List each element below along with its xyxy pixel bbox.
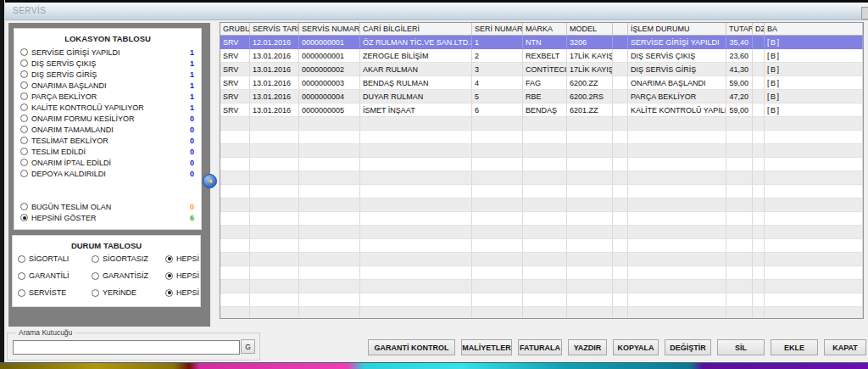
table-cell: İSMET İNŞAAT [360, 103, 472, 117]
table-cell [472, 158, 523, 171]
lokasyon-option-bug-n-tesli-m-olan[interactable]: BUGÜN TESLİM OLAN0 [14, 201, 201, 212]
column-header-i-lem-durumu[interactable]: İŞLEM DURUMU [628, 23, 726, 35]
radio-icon[interactable] [92, 255, 99, 263]
search-go-button[interactable]: G [241, 339, 255, 354]
lokasyon-option-hepsi-ni-g-ster[interactable]: HEPSİNİ GÖSTER6 [14, 212, 201, 223]
table-row[interactable]: SRV13.01.20160000000001ZEROGLE BİLİŞİM2R… [220, 49, 863, 63]
column-header-seri-numarasi[interactable]: SERİ NUMARASI [472, 23, 523, 35]
table-row[interactable]: SRV13.01.20160000000003BENDAŞ RULMAN4FAG… [220, 76, 863, 90]
table-row-empty[interactable] [220, 158, 863, 171]
radio-icon[interactable] [20, 159, 28, 166]
radio-icon[interactable] [165, 272, 173, 280]
table-row[interactable]: SRV13.01.20160000000002AKAR RULMAN3CONTİ… [220, 63, 863, 76]
durum-option-si-gortali[interactable]: SİGORTALI [18, 254, 92, 265]
radio-icon[interactable] [92, 272, 99, 280]
lokasyon-option-onarima-ba-landi[interactable]: ONARIMA BAŞLANDI1 [14, 80, 201, 91]
lokasyon-option-onarim-i-ptal-edi-ldi[interactable]: ONARIM İPTAL EDİLDİ0 [14, 157, 201, 168]
lokasyon-option-tesli-mat-bekli-yor[interactable]: TESLİMAT BEKLİYOR0 [14, 135, 201, 146]
radio-icon[interactable] [18, 289, 25, 297]
column-header-model[interactable]: MODEL [567, 23, 613, 35]
table-row-empty[interactable] [220, 131, 863, 144]
radio-icon[interactable] [20, 148, 28, 155]
radio-icon[interactable] [165, 255, 173, 263]
table-row-empty[interactable] [220, 198, 863, 212]
column-header-blank[interactable] [613, 23, 628, 35]
table-row-empty[interactable] [220, 239, 863, 253]
lokasyon-option-di-servi-s-iki[interactable]: DIŞ SERVİS ÇIKIŞ1 [14, 58, 201, 69]
lokasyon-option-kali-te-kontrol-yapiliyor[interactable]: KALİTE KONTROLÜ YAPILIYOR1 [14, 102, 201, 113]
radio-icon[interactable] [20, 115, 28, 122]
column-header-tutar[interactable]: TUTAR [726, 23, 753, 35]
table-row-empty[interactable] [220, 307, 863, 319]
action-button-yazdir[interactable]: YAZDIR [568, 339, 607, 355]
column-header-dz[interactable]: DZ [753, 23, 765, 35]
table-row[interactable]: SRV12.01.20160000000001ÖZ RULMAN TİC.VE … [220, 36, 863, 49]
column-header-cari-bi-lgi-leri[interactable]: CARİ BİLGİLERİ [360, 23, 472, 35]
action-button-kopyala[interactable]: KOPYALA [613, 339, 659, 355]
durum-option-hepsi[interactable]: HEPSİ [165, 254, 199, 265]
table-row-empty[interactable] [220, 266, 863, 280]
durum-option-servi-ste[interactable]: SERVİSTE [18, 288, 92, 299]
radio-icon[interactable] [92, 289, 99, 297]
table-row-empty[interactable] [220, 294, 863, 307]
table-row-empty[interactable] [220, 144, 863, 158]
column-header-grubu[interactable]: GRUBU [220, 23, 250, 35]
action-button-si-l[interactable]: SİL [717, 339, 765, 355]
durum-option-hepsi[interactable]: HEPSİ [165, 271, 199, 282]
table-row-empty[interactable] [220, 280, 863, 294]
table-row-empty[interactable] [220, 212, 863, 226]
table-row-empty[interactable] [220, 185, 863, 198]
durum-option-si-gortasiz[interactable]: SİGORTASIZ [92, 254, 165, 265]
column-header-ba[interactable]: BA [765, 23, 863, 35]
column-header-marka[interactable]: MARKA [523, 23, 567, 35]
table-cell: 0000000002 [299, 63, 360, 76]
table-row[interactable]: SRV13.01.20160000000004DUYAR RULMAN5RBE6… [220, 90, 863, 103]
action-button-kapat[interactable]: KAPAT [824, 339, 866, 355]
radio-icon[interactable] [18, 272, 25, 280]
radio-icon[interactable] [20, 126, 28, 133]
radio-icon[interactable] [20, 48, 28, 56]
lokasyon-option-onarim-tamamlandi[interactable]: ONARIM TAMAMLANDI0 [14, 124, 201, 135]
column-header-servi-s-tari-hi[interactable]: SERVİS TARİHİ [250, 23, 299, 35]
table-cell [726, 144, 753, 158]
table-row[interactable]: SRV13.01.20160000000005İSMET İNŞAAT6BEND… [220, 103, 863, 117]
action-button-mali-yetler[interactable]: MALİYETLER [461, 339, 512, 355]
action-button-faturala[interactable]: FATURALA [518, 339, 562, 355]
table-row-empty[interactable] [220, 253, 863, 266]
durum-option-hepsi[interactable]: HEPSİ [165, 288, 199, 299]
window-control-stub[interactable] [861, 7, 868, 20]
lokasyon-option-tesli-m-edi-ldi[interactable]: TESLİM EDİLDİ0 [14, 146, 201, 157]
lokasyon-option-onarim-formu-kesi-li-yor[interactable]: ONARIM FORMU KESİLİYOR0 [14, 113, 201, 124]
radio-icon[interactable] [20, 92, 28, 100]
radio-icon[interactable] [20, 203, 28, 210]
table-cell: ONARIMA BAŞLANDI [628, 76, 726, 90]
radio-icon[interactable] [20, 70, 28, 78]
radio-icon[interactable] [20, 137, 28, 144]
radio-icon[interactable] [18, 255, 25, 263]
table-row-empty[interactable] [220, 226, 863, 239]
radio-icon[interactable] [20, 81, 28, 89]
action-button-garanti-kontrol[interactable]: GARANTİ KONTROL [368, 339, 455, 355]
radio-icon[interactable] [20, 103, 28, 111]
lokasyon-option-servi-se-gi-ri-i-yapildi[interactable]: SERVİSE GİRİŞİ YAPILDI1 [14, 47, 201, 58]
radio-icon[interactable] [165, 289, 173, 297]
action-button-de-i-ti-r[interactable]: DEĞİŞTİR [665, 339, 711, 355]
radio-icon[interactable] [20, 170, 28, 177]
lokasyon-option-depoya-kaldirildi[interactable]: DEPOYA KALDIRILDI0 [14, 168, 201, 179]
durum-option-yeri-nde[interactable]: YERİNDE [92, 288, 165, 299]
durum-option-garanti-li[interactable]: GARANTİLİ [18, 271, 92, 282]
action-button-ekle[interactable]: EKLE [771, 339, 818, 355]
table-row-empty[interactable] [220, 117, 863, 131]
lokasyon-option-par-a-bekli-yor[interactable]: PARÇA BEKLİYOR1 [14, 91, 201, 102]
radio-icon[interactable] [20, 214, 28, 221]
title-bar[interactable]: SERVİS [5, 3, 868, 20]
lokasyon-option-di-servi-s-gi-ri[interactable]: DIŞ SERVİS GİRİŞ1 [14, 69, 201, 80]
durum-option-garanti-si-z[interactable]: GARANTİSİZ [92, 271, 165, 282]
collapse-panel-icon[interactable]: ◄ [203, 174, 217, 188]
table-row-empty[interactable] [220, 171, 863, 185]
durum-groupbox: DURUM TABLOSU SİGORTALISİGORTASIZHEPSİGA… [12, 235, 201, 307]
column-header-servi-s-numarasi[interactable]: SERVİS NUMARASI [299, 23, 360, 35]
table-cell: REXBELT [523, 49, 567, 63]
radio-icon[interactable] [20, 59, 28, 67]
search-input[interactable] [13, 340, 240, 355]
